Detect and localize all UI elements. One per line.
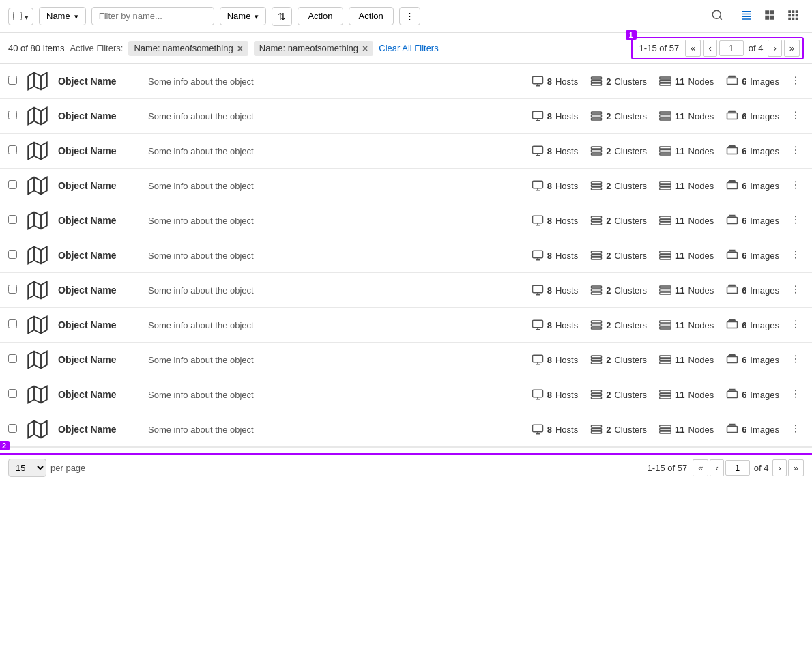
- hosts-count: 8: [547, 76, 552, 87]
- filter-chip-2-close[interactable]: ×: [362, 43, 368, 54]
- action-button-1[interactable]: Action: [298, 7, 343, 25]
- row-menu-button[interactable]: [787, 420, 804, 439]
- sort-direction-button[interactable]: [272, 7, 292, 26]
- row-checkbox-input[interactable]: [8, 354, 17, 363]
- select-all-dropdown[interactable]: [8, 8, 33, 25]
- list-view-button[interactable]: [736, 5, 757, 27]
- row-menu-button[interactable]: [787, 246, 804, 265]
- row-checkbox[interactable]: [8, 215, 17, 226]
- row-checkbox[interactable]: [8, 180, 17, 191]
- svg-rect-10: [792, 10, 795, 13]
- row-menu-icon: [790, 145, 801, 156]
- stat-images: 6 Images: [726, 249, 779, 261]
- svg-rect-126: [727, 287, 738, 294]
- bottom-pagination-first[interactable]: «: [693, 459, 708, 476]
- row-checkbox-input[interactable]: [8, 389, 17, 398]
- row-checkbox[interactable]: [8, 354, 17, 365]
- more-options-button[interactable]: ⋮: [399, 7, 420, 25]
- bottom-pagination-page-input[interactable]: [725, 460, 750, 476]
- row-checkbox-input[interactable]: [8, 319, 17, 328]
- pagination-last-button[interactable]: »: [784, 40, 800, 57]
- image-stack-icon: [726, 388, 738, 401]
- row-checkbox[interactable]: [8, 250, 17, 261]
- row-checkbox[interactable]: [8, 319, 17, 330]
- nodes-label: Nodes: [688, 216, 714, 226]
- row-menu-button[interactable]: [787, 107, 804, 126]
- svg-rect-71: [592, 188, 602, 190]
- svg-point-193: [795, 431, 796, 432]
- svg-rect-135: [592, 327, 602, 329]
- row-menu-button[interactable]: [787, 316, 804, 334]
- clear-all-filters-link[interactable]: Clear All Filters: [379, 43, 438, 53]
- pagination-page-input[interactable]: [719, 40, 744, 56]
- row-menu-button[interactable]: [787, 386, 804, 404]
- select-dropdown-chevron: [25, 11, 29, 22]
- row-checkbox[interactable]: [8, 389, 17, 400]
- row-checkbox-input[interactable]: [8, 76, 17, 85]
- monitor-icon: [532, 180, 544, 192]
- row-checkbox-input[interactable]: [8, 424, 17, 433]
- row-checkbox[interactable]: [8, 76, 17, 87]
- row-menu-button[interactable]: [787, 177, 804, 195]
- row-menu-button[interactable]: [787, 281, 804, 300]
- bottom-pagination-next[interactable]: ›: [772, 459, 786, 476]
- row-menu-button[interactable]: [787, 351, 804, 369]
- svg-rect-94: [727, 218, 738, 224]
- hosts-count: 8: [547, 355, 552, 365]
- svg-point-176: [795, 393, 796, 395]
- filter-chip-1-close[interactable]: ×: [237, 43, 243, 54]
- name-sort-dropdown-2[interactable]: Name: [220, 7, 267, 25]
- row-checkbox[interactable]: [8, 145, 17, 156]
- hosts-count: 8: [547, 146, 552, 156]
- row-checkbox-input[interactable]: [8, 215, 17, 224]
- row-checkbox-input[interactable]: [8, 250, 17, 259]
- nodes-count: 11: [675, 111, 684, 121]
- row-menu-button[interactable]: [787, 72, 804, 91]
- pagination-next-button[interactable]: ›: [768, 40, 781, 57]
- hosts-label: Hosts: [555, 216, 578, 226]
- row-checkbox[interactable]: [8, 111, 17, 121]
- svg-point-95: [795, 216, 796, 217]
- pagination-prev-button[interactable]: ‹: [703, 40, 716, 57]
- node-icon: [659, 249, 671, 261]
- image-stack-icon: [726, 145, 738, 157]
- svg-point-48: [795, 115, 796, 116]
- row-menu-button[interactable]: [787, 212, 804, 230]
- per-page-label: per page: [50, 463, 85, 473]
- row-menu-button[interactable]: [787, 142, 804, 160]
- svg-point-80: [795, 184, 796, 186]
- svg-rect-3: [742, 16, 751, 18]
- filter-input[interactable]: [91, 7, 214, 25]
- search-button[interactable]: [704, 5, 730, 27]
- svg-point-129: [795, 291, 796, 293]
- node-icon: [659, 284, 671, 296]
- images-count: 6: [742, 355, 746, 365]
- row-checkbox[interactable]: [8, 285, 17, 296]
- bottom-pagination-prev[interactable]: ‹: [710, 459, 723, 476]
- select-all-checkbox[interactable]: [13, 12, 22, 20]
- row-checkbox-input[interactable]: [8, 111, 17, 119]
- images-count: 6: [742, 285, 746, 296]
- row-object-icon: [25, 175, 50, 196]
- action-button-2[interactable]: Action: [349, 7, 394, 25]
- svg-rect-1: [742, 11, 751, 12]
- stat-clusters: 2 Clusters: [590, 180, 647, 192]
- bottom-pagination-last[interactable]: »: [788, 459, 804, 476]
- per-page-select[interactable]: 152550100: [8, 459, 46, 477]
- hosts-label: Hosts: [555, 285, 578, 296]
- pagination-first-button[interactable]: «: [685, 40, 701, 57]
- svg-rect-180: [532, 425, 542, 432]
- cluster-icon: [590, 388, 603, 401]
- monitor-icon: [532, 388, 544, 401]
- row-checkbox-input[interactable]: [8, 180, 17, 189]
- row-checkbox-input[interactable]: [8, 285, 17, 294]
- row-checkbox[interactable]: [8, 424, 17, 435]
- table-view-button[interactable]: [782, 5, 804, 27]
- card-view-button[interactable]: [759, 5, 781, 27]
- clusters-count: 2: [606, 76, 611, 87]
- row-checkbox-input[interactable]: [8, 145, 17, 154]
- cluster-icon: [590, 145, 603, 157]
- name-sort-dropdown[interactable]: Name: [39, 7, 86, 25]
- svg-point-32: [795, 80, 796, 81]
- stat-images: 6 Images: [726, 284, 779, 296]
